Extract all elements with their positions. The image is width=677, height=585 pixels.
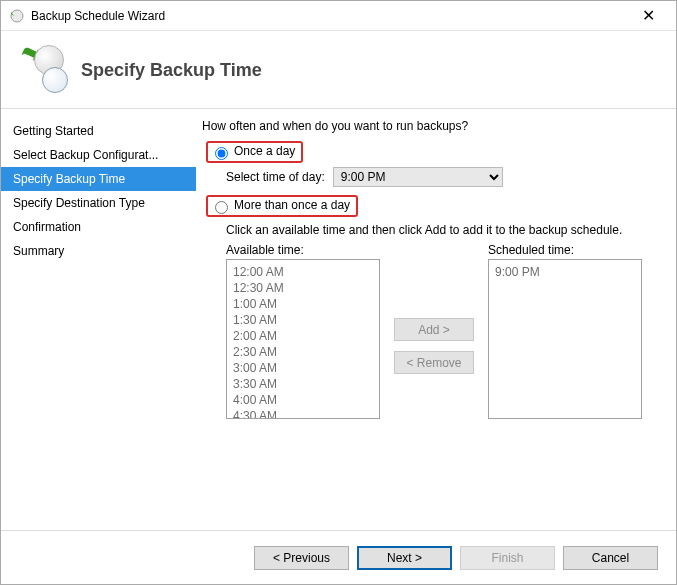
time-lists-row: Available time: 12:00 AM 12:30 AM 1:00 A… xyxy=(226,243,658,419)
previous-button[interactable]: < Previous xyxy=(254,546,349,570)
step-specify-time[interactable]: Specify Backup Time xyxy=(1,167,196,191)
step-summary[interactable]: Summary xyxy=(1,239,196,263)
radio-more-than-once[interactable] xyxy=(215,201,228,214)
hint-text: Click an available time and then click A… xyxy=(226,223,658,237)
window-title: Backup Schedule Wizard xyxy=(31,9,628,23)
add-button[interactable]: Add > xyxy=(394,318,474,341)
wizard-footer: < Previous Next > Finish Cancel xyxy=(1,530,676,584)
question-text: How often and when do you want to run ba… xyxy=(202,119,658,133)
list-item[interactable]: 12:00 AM xyxy=(233,264,373,280)
next-button[interactable]: Next > xyxy=(357,546,452,570)
radio-once-row: Once a day xyxy=(202,139,658,165)
cancel-button[interactable]: Cancel xyxy=(563,546,658,570)
radio-more-row: More than once a day xyxy=(202,193,658,219)
list-item[interactable]: 4:30 AM xyxy=(233,408,373,419)
step-select-config[interactable]: Select Backup Configurat... xyxy=(1,143,196,167)
remove-button[interactable]: < Remove xyxy=(394,351,474,374)
page-title: Specify Backup Time xyxy=(81,60,262,81)
wizard-window: Backup Schedule Wizard ✕ ➦ Specify Backu… xyxy=(0,0,677,585)
wizard-body: Getting Started Select Backup Configurat… xyxy=(1,109,676,530)
wizard-header: ➦ Specify Backup Time xyxy=(1,31,676,109)
available-label: Available time: xyxy=(226,243,380,257)
time-of-day-select[interactable]: 9:00 PM xyxy=(333,167,503,187)
scheduled-time-listbox[interactable]: 9:00 PM xyxy=(488,259,642,419)
step-getting-started[interactable]: Getting Started xyxy=(1,119,196,143)
list-item[interactable]: 2:00 AM xyxy=(233,328,373,344)
radio-once-label: Once a day xyxy=(234,144,295,160)
step-destination-type[interactable]: Specify Destination Type xyxy=(1,191,196,215)
list-item[interactable]: 3:00 AM xyxy=(233,360,373,376)
list-item[interactable]: 4:00 AM xyxy=(233,392,373,408)
list-item[interactable]: 12:30 AM xyxy=(233,280,373,296)
list-item[interactable]: 9:00 PM xyxy=(495,264,635,280)
close-icon[interactable]: ✕ xyxy=(628,6,668,26)
list-item[interactable]: 1:30 AM xyxy=(233,312,373,328)
highlight-more: More than once a day xyxy=(206,195,358,217)
list-item[interactable]: 3:30 AM xyxy=(233,376,373,392)
radio-once-a-day[interactable] xyxy=(215,147,228,160)
titlebar: Backup Schedule Wizard ✕ xyxy=(1,1,676,31)
scheduled-label: Scheduled time: xyxy=(488,243,642,257)
finish-button[interactable]: Finish xyxy=(460,546,555,570)
list-item[interactable]: 2:30 AM xyxy=(233,344,373,360)
radio-more-label: More than once a day xyxy=(234,198,350,214)
scheduled-column: Scheduled time: 9:00 PM xyxy=(488,243,642,419)
transfer-buttons: Add > < Remove xyxy=(394,243,474,419)
app-icon xyxy=(9,8,25,24)
svg-point-0 xyxy=(11,10,23,22)
backup-clock-icon: ➦ xyxy=(16,39,71,94)
list-item[interactable]: 1:00 AM xyxy=(233,296,373,312)
select-time-label: Select time of day: xyxy=(226,170,325,184)
step-confirmation[interactable]: Confirmation xyxy=(1,215,196,239)
main-content: How often and when do you want to run ba… xyxy=(196,109,676,530)
available-time-listbox[interactable]: 12:00 AM 12:30 AM 1:00 AM 1:30 AM 2:00 A… xyxy=(226,259,380,419)
available-column: Available time: 12:00 AM 12:30 AM 1:00 A… xyxy=(226,243,380,419)
wizard-steps: Getting Started Select Backup Configurat… xyxy=(1,109,196,530)
highlight-once: Once a day xyxy=(206,141,303,163)
select-time-row: Select time of day: 9:00 PM xyxy=(226,167,658,187)
